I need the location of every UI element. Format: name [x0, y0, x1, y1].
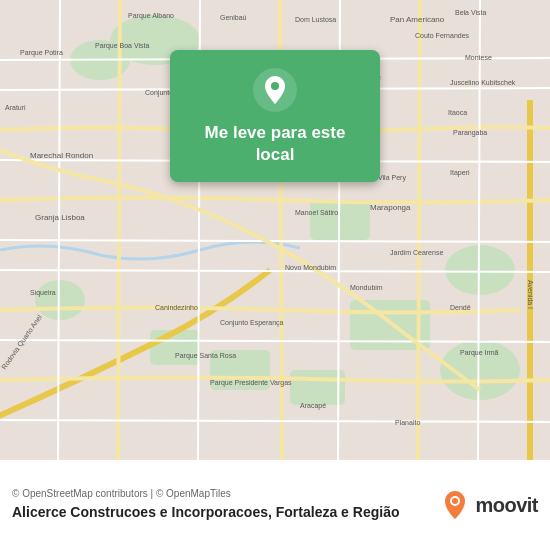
moovit-brand-label: moovit	[475, 494, 538, 517]
svg-text:Itaoca: Itaoca	[448, 109, 467, 116]
svg-text:Parque Potira: Parque Potira	[20, 49, 63, 57]
moovit-pin-icon	[439, 489, 471, 521]
svg-text:Conjunto Esperança: Conjunto Esperança	[220, 319, 284, 327]
svg-text:Canindezinho: Canindezinho	[155, 304, 198, 311]
svg-text:Mondubim: Mondubim	[350, 284, 383, 291]
location-card-label: Me leve para este local	[190, 122, 360, 166]
svg-text:Vila Pery: Vila Pery	[378, 174, 406, 182]
location-card[interactable]: Me leve para este local	[170, 50, 380, 182]
map-area: Pan Americano Couto Fernandes Parque Alb…	[0, 0, 550, 460]
svg-point-4	[445, 245, 515, 295]
svg-text:Parque Boa Vista: Parque Boa Vista	[95, 42, 149, 50]
svg-text:Manoel Sátiro: Manoel Sátiro	[295, 209, 338, 216]
moovit-logo: moovit	[439, 489, 538, 521]
svg-text:Itaperi: Itaperi	[450, 169, 470, 177]
svg-text:Pan Americano: Pan Americano	[390, 15, 445, 24]
svg-text:Marechal Rondon: Marechal Rondon	[30, 151, 93, 160]
svg-text:Parque Santa Rosa: Parque Santa Rosa	[175, 352, 236, 360]
svg-text:Montese: Montese	[465, 54, 492, 61]
svg-text:Parangaba: Parangaba	[453, 129, 487, 137]
svg-text:Maraponga: Maraponga	[370, 203, 411, 212]
svg-text:Dom Lustosa: Dom Lustosa	[295, 16, 336, 23]
svg-text:Parque Albano: Parque Albano	[128, 12, 174, 20]
bottom-text-block: © OpenStreetMap contributors | © OpenMap…	[12, 488, 439, 521]
location-pin-icon	[253, 68, 297, 112]
svg-point-6	[35, 280, 85, 320]
svg-text:Novo Mondubim: Novo Mondubim	[285, 264, 336, 271]
svg-text:Siqueira: Siqueira	[30, 289, 56, 297]
svg-text:Araturi: Araturi	[5, 104, 26, 111]
svg-text:Planalto: Planalto	[395, 419, 420, 426]
svg-text:Bela Vista: Bela Vista	[455, 9, 486, 16]
svg-text:Juscelino Kubitschek: Juscelino Kubitschek	[450, 79, 516, 86]
svg-point-51	[452, 498, 458, 504]
svg-text:Granja Lisboa: Granja Lisboa	[35, 213, 85, 222]
location-title: Alicerce Construcoes e Incorporacoes, Fo…	[12, 503, 439, 521]
bottom-bar: © OpenStreetMap contributors | © OpenMap…	[0, 460, 550, 550]
svg-text:Dendê: Dendê	[450, 304, 471, 311]
svg-text:Genibaú: Genibaú	[220, 14, 247, 21]
svg-text:Aracapé: Aracapé	[300, 402, 326, 410]
svg-text:Couto Fernandes: Couto Fernandes	[415, 32, 470, 39]
svg-text:Parque Presidente Vargas: Parque Presidente Vargas	[210, 379, 292, 387]
svg-text:Jardim Cearense: Jardim Cearense	[390, 249, 443, 256]
svg-rect-9	[290, 370, 345, 405]
svg-text:Parque Irmã: Parque Irmã	[460, 349, 499, 357]
svg-point-49	[271, 82, 279, 90]
map-attribution: © OpenStreetMap contributors | © OpenMap…	[12, 488, 439, 499]
svg-text:Avenida I: Avenida I	[527, 280, 534, 309]
